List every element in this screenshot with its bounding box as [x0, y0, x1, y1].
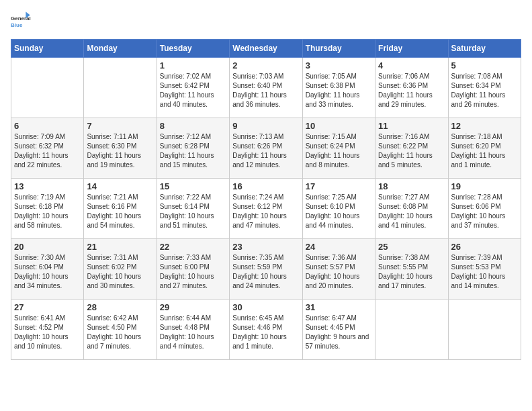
day-number: 29 [160, 302, 226, 312]
calendar-cell: 29Sunrise: 6:44 AM Sunset: 4:48 PM Dayli… [157, 300, 229, 360]
calendar-cell: 7Sunrise: 7:11 AM Sunset: 6:30 PM Daylig… [84, 118, 157, 179]
day-number: 31 [306, 302, 372, 312]
calendar-cell: 6Sunrise: 7:09 AM Sunset: 6:32 PM Daylig… [11, 118, 84, 179]
day-info: Sunrise: 7:27 AM Sunset: 6:08 PM Dayligh… [378, 193, 445, 230]
day-info: Sunrise: 7:11 AM Sunset: 6:30 PM Dayligh… [87, 132, 153, 170]
day-info: Sunrise: 7:28 AM Sunset: 6:06 PM Dayligh… [451, 193, 518, 230]
calendar-week-row: 6Sunrise: 7:09 AM Sunset: 6:32 PM Daylig… [11, 118, 521, 179]
day-number: 16 [232, 181, 299, 191]
day-number: 13 [14, 181, 81, 191]
calendar-cell: 26Sunrise: 7:39 AM Sunset: 5:53 PM Dayli… [448, 239, 521, 300]
svg-text:Blue: Blue [11, 22, 23, 28]
day-info: Sunrise: 7:36 AM Sunset: 5:57 PM Dayligh… [306, 253, 372, 291]
day-number: 9 [232, 121, 299, 131]
calendar-cell: 5Sunrise: 7:08 AM Sunset: 6:34 PM Daylig… [448, 58, 521, 118]
day-info: Sunrise: 7:31 AM Sunset: 6:02 PM Dayligh… [87, 253, 153, 291]
calendar-cell: 17Sunrise: 7:25 AM Sunset: 6:10 PM Dayli… [302, 179, 375, 239]
day-info: Sunrise: 7:05 AM Sunset: 6:38 PM Dayligh… [306, 72, 372, 109]
calendar-cell: 25Sunrise: 7:38 AM Sunset: 5:55 PM Dayli… [375, 239, 448, 300]
calendar-cell: 3Sunrise: 7:05 AM Sunset: 6:38 PM Daylig… [302, 58, 375, 118]
day-number: 26 [451, 242, 518, 252]
day-number: 3 [306, 60, 372, 71]
day-info: Sunrise: 7:19 AM Sunset: 6:18 PM Dayligh… [14, 193, 81, 230]
weekday-header: Monday [84, 40, 157, 58]
day-info: Sunrise: 7:24 AM Sunset: 6:12 PM Dayligh… [232, 193, 299, 230]
calendar-week-row: 13Sunrise: 7:19 AM Sunset: 6:18 PM Dayli… [11, 179, 521, 239]
weekday-header: Sunday [11, 40, 84, 58]
day-info: Sunrise: 7:08 AM Sunset: 6:34 PM Dayligh… [451, 72, 518, 109]
day-number: 14 [87, 181, 153, 191]
day-info: Sunrise: 7:15 AM Sunset: 6:24 PM Dayligh… [306, 132, 372, 170]
day-info: Sunrise: 6:42 AM Sunset: 4:50 PM Dayligh… [87, 314, 153, 351]
day-info: Sunrise: 7:39 AM Sunset: 5:53 PM Dayligh… [451, 253, 518, 291]
day-number: 28 [87, 302, 153, 312]
day-info: Sunrise: 7:38 AM Sunset: 5:55 PM Dayligh… [378, 253, 445, 291]
calendar-week-row: 1Sunrise: 7:02 AM Sunset: 6:42 PM Daylig… [11, 58, 521, 118]
calendar-cell: 14Sunrise: 7:21 AM Sunset: 6:16 PM Dayli… [84, 179, 157, 239]
weekday-header: Saturday [448, 40, 521, 58]
day-info: Sunrise: 7:13 AM Sunset: 6:26 PM Dayligh… [232, 132, 299, 170]
calendar-cell: 8Sunrise: 7:12 AM Sunset: 6:28 PM Daylig… [157, 118, 229, 179]
calendar-cell: 19Sunrise: 7:28 AM Sunset: 6:06 PM Dayli… [448, 179, 521, 239]
weekday-header: Wednesday [230, 40, 302, 58]
day-number: 27 [14, 302, 81, 312]
day-info: Sunrise: 7:33 AM Sunset: 6:00 PM Dayligh… [160, 253, 226, 291]
day-number: 7 [87, 121, 153, 131]
day-info: Sunrise: 7:30 AM Sunset: 6:04 PM Dayligh… [14, 253, 81, 291]
calendar-cell: 11Sunrise: 7:16 AM Sunset: 6:22 PM Dayli… [375, 118, 448, 179]
page-header: GeneralBlue [11, 11, 521, 32]
calendar-cell [11, 58, 84, 118]
day-info: Sunrise: 7:22 AM Sunset: 6:14 PM Dayligh… [160, 193, 226, 230]
day-number: 30 [232, 302, 299, 312]
day-info: Sunrise: 6:45 AM Sunset: 4:46 PM Dayligh… [232, 314, 299, 351]
day-number: 19 [451, 181, 518, 191]
calendar-cell: 24Sunrise: 7:36 AM Sunset: 5:57 PM Dayli… [302, 239, 375, 300]
calendar-cell: 30Sunrise: 6:45 AM Sunset: 4:46 PM Dayli… [230, 300, 302, 360]
calendar-cell: 4Sunrise: 7:06 AM Sunset: 6:36 PM Daylig… [375, 58, 448, 118]
day-number: 20 [14, 242, 81, 252]
day-info: Sunrise: 6:47 AM Sunset: 4:45 PM Dayligh… [306, 314, 372, 351]
calendar-cell: 16Sunrise: 7:24 AM Sunset: 6:12 PM Dayli… [230, 179, 302, 239]
day-number: 10 [306, 121, 372, 131]
logo-icon: GeneralBlue [11, 11, 32, 32]
logo: GeneralBlue [11, 11, 32, 32]
weekday-header: Tuesday [157, 40, 229, 58]
day-info: Sunrise: 7:21 AM Sunset: 6:16 PM Dayligh… [87, 193, 153, 230]
day-number: 8 [160, 121, 226, 131]
day-number: 21 [87, 242, 153, 252]
calendar-cell: 15Sunrise: 7:22 AM Sunset: 6:14 PM Dayli… [157, 179, 229, 239]
day-info: Sunrise: 7:18 AM Sunset: 6:20 PM Dayligh… [451, 132, 518, 170]
day-number: 11 [378, 121, 445, 131]
day-number: 4 [378, 60, 445, 71]
calendar-cell: 10Sunrise: 7:15 AM Sunset: 6:24 PM Dayli… [302, 118, 375, 179]
day-info: Sunrise: 7:16 AM Sunset: 6:22 PM Dayligh… [378, 132, 445, 170]
day-number: 1 [160, 60, 226, 71]
weekday-header: Friday [375, 40, 448, 58]
day-info: Sunrise: 7:12 AM Sunset: 6:28 PM Dayligh… [160, 132, 226, 170]
calendar-cell [84, 58, 157, 118]
calendar-cell: 22Sunrise: 7:33 AM Sunset: 6:00 PM Dayli… [157, 239, 229, 300]
calendar-cell [448, 300, 521, 360]
day-number: 24 [306, 242, 372, 252]
calendar-cell: 28Sunrise: 6:42 AM Sunset: 4:50 PM Dayli… [84, 300, 157, 360]
calendar-cell: 1Sunrise: 7:02 AM Sunset: 6:42 PM Daylig… [157, 58, 229, 118]
day-number: 18 [378, 181, 445, 191]
day-info: Sunrise: 6:41 AM Sunset: 4:52 PM Dayligh… [14, 314, 81, 351]
day-number: 5 [451, 60, 518, 71]
day-number: 15 [160, 181, 226, 191]
day-number: 22 [160, 242, 226, 252]
day-info: Sunrise: 7:02 AM Sunset: 6:42 PM Dayligh… [160, 72, 226, 109]
calendar-cell: 13Sunrise: 7:19 AM Sunset: 6:18 PM Dayli… [11, 179, 84, 239]
calendar-table: SundayMondayTuesdayWednesdayThursdayFrid… [11, 39, 521, 360]
day-number: 6 [14, 121, 81, 131]
calendar-week-row: 27Sunrise: 6:41 AM Sunset: 4:52 PM Dayli… [11, 300, 521, 360]
calendar-cell: 21Sunrise: 7:31 AM Sunset: 6:02 PM Dayli… [84, 239, 157, 300]
calendar-cell [375, 300, 448, 360]
calendar-cell: 23Sunrise: 7:35 AM Sunset: 5:59 PM Dayli… [230, 239, 302, 300]
calendar-cell: 12Sunrise: 7:18 AM Sunset: 6:20 PM Dayli… [448, 118, 521, 179]
calendar-cell: 31Sunrise: 6:47 AM Sunset: 4:45 PM Dayli… [302, 300, 375, 360]
calendar-cell: 18Sunrise: 7:27 AM Sunset: 6:08 PM Dayli… [375, 179, 448, 239]
weekday-header: Thursday [302, 40, 375, 58]
day-info: Sunrise: 7:03 AM Sunset: 6:40 PM Dayligh… [232, 72, 299, 109]
day-info: Sunrise: 7:09 AM Sunset: 6:32 PM Dayligh… [14, 132, 81, 170]
